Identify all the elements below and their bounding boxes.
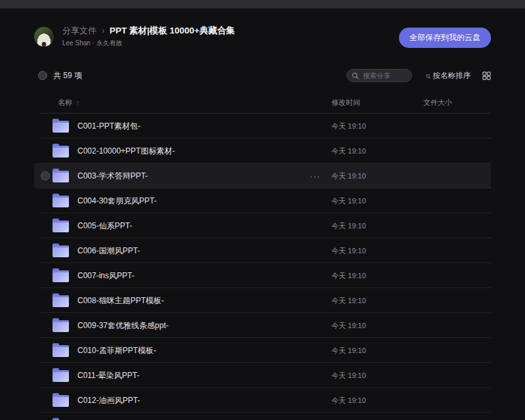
sort-ascending-icon: ↑ [76, 99, 79, 106]
save-all-to-cloud-button[interactable]: 全部保存到我的云盘 [399, 28, 491, 48]
table-row[interactable]: C009-37套优雅线条感ppt- ··· 今天 19:10 [34, 313, 491, 338]
folder-icon [52, 121, 69, 133]
folder-icon [52, 196, 69, 207]
page-title: PPT 素材|模板 10000+典藏合集 [110, 25, 235, 37]
file-name[interactable]: C012-油画风PPT- [77, 395, 140, 406]
search-box[interactable] [346, 69, 412, 82]
table-row[interactable]: C002-10000+PPT图标素材- ··· 今天 19:10 [34, 138, 491, 163]
folder-icon [52, 245, 69, 257]
search-input[interactable] [346, 69, 412, 82]
modified-time: 今天 19:10 [331, 371, 366, 381]
select-all-checkbox[interactable] [38, 71, 47, 80]
column-header-name[interactable]: 名称 ↑ [58, 98, 79, 108]
grid-view-icon[interactable] [482, 72, 491, 80]
folder-icon [52, 320, 69, 332]
file-name[interactable]: C002-10000+PPT图标素材- [77, 146, 175, 157]
sort-updown-icon: ↑↓ [425, 72, 430, 79]
folder-icon [52, 220, 69, 232]
table-row[interactable]: C010-孟菲斯PPT模板- ··· 今天 19:10 [34, 338, 491, 363]
file-name[interactable]: C006-国潮风PPT- [77, 245, 140, 257]
share-page: 分享文件 › PPT 素材|模板 10000+典藏合集 Lee Shan · 永… [0, 25, 525, 420]
sort-label: 按名称排序 [433, 71, 471, 81]
more-options-button[interactable]: ··· [307, 169, 323, 184]
file-name[interactable]: C011-晕染风PPT- [77, 370, 139, 381]
folder-icon [52, 171, 69, 182]
share-header: 分享文件 › PPT 素材|模板 10000+典藏合集 Lee Shan · 永… [34, 25, 491, 48]
table-row[interactable]: C001-PPT素材包- ··· 今天 19:10 [34, 114, 491, 138]
breadcrumb-root-link[interactable]: 分享文件 [62, 25, 96, 37]
table-row[interactable]: C005-仙系PPT- ··· 今天 19:10 [34, 213, 491, 238]
table-row[interactable]: C003-学术答辩PPT- ··· 今天 19:10 [34, 163, 491, 188]
file-name[interactable]: C008-猫咪主题PPT模板- [77, 295, 164, 306]
modified-time: 今天 19:10 [331, 221, 366, 231]
column-header-modified[interactable]: 修改时间 [331, 98, 360, 108]
file-name[interactable]: C005-仙系PPT- [77, 220, 132, 232]
breadcrumb: 分享文件 › PPT 素材|模板 10000+典藏合集 [62, 25, 235, 37]
folder-icon [52, 270, 69, 282]
file-name[interactable]: C004-30套朋克风PPT- [77, 196, 157, 207]
file-name[interactable]: C010-孟菲斯PPT模板- [77, 345, 156, 356]
table-row[interactable]: C008-猫咪主题PPT模板- ··· 今天 19:10 [34, 288, 491, 313]
column-header-size[interactable]: 文件大小 [423, 98, 452, 108]
file-name[interactable]: C001-PPT素材包- [77, 121, 140, 132]
list-toolbar: 共 59 项 ↑↓ 按名称排序 [34, 68, 491, 83]
table-row[interactable]: C012-油画风PPT- ··· 今天 19:10 [34, 388, 491, 413]
folder-icon [52, 295, 69, 307]
folder-icon [52, 345, 69, 357]
modified-time: 今天 19:10 [331, 196, 366, 206]
table-row[interactable]: C013-透透灰ppt- ··· 今天 19:10 [34, 413, 491, 420]
modified-time: 今天 19:10 [331, 271, 366, 281]
owner-avatar [34, 27, 54, 47]
modified-time: 今天 19:10 [331, 296, 366, 306]
modified-time: 今天 19:10 [331, 321, 366, 331]
table-row[interactable]: C007-ins风PPT- ··· 今天 19:10 [34, 263, 491, 288]
table-row[interactable]: C011-晕染风PPT- ··· 今天 19:10 [34, 363, 491, 388]
item-count-label: 共 59 项 [53, 70, 82, 81]
modified-time: 今天 19:10 [331, 171, 366, 181]
folder-icon [52, 370, 69, 382]
file-name[interactable]: C009-37套优雅线条感ppt- [77, 320, 169, 331]
table-header: 名称 ↑ 修改时间 文件大小 [34, 91, 491, 114]
row-checkbox[interactable] [41, 171, 50, 180]
table-row[interactable]: C004-30套朋克风PPT- ··· 今天 19:10 [34, 188, 491, 213]
modified-time: 今天 19:10 [331, 396, 366, 406]
folder-icon [52, 395, 69, 407]
modified-time: 今天 19:10 [331, 146, 366, 156]
sort-control[interactable]: ↑↓ 按名称排序 [425, 71, 471, 81]
modified-time: 今天 19:10 [331, 246, 366, 256]
table-row[interactable]: C006-国潮风PPT- ··· 今天 19:10 [34, 238, 491, 263]
modified-time: 今天 19:10 [331, 346, 366, 356]
file-name[interactable]: C007-ins风PPT- [77, 270, 135, 282]
column-name-label: 名称 [58, 98, 72, 108]
share-owner-validity: Lee Shan · 永久有效 [62, 39, 235, 48]
file-list: C001-PPT素材包- ··· 今天 19:10 C002-10000+PPT… [34, 114, 491, 420]
modified-time: 今天 19:10 [331, 121, 366, 131]
window-top-bar [0, 0, 525, 9]
folder-icon [52, 146, 69, 158]
file-name[interactable]: C003-学术答辩PPT- [77, 171, 148, 182]
breadcrumb-separator-icon: › [102, 26, 104, 35]
